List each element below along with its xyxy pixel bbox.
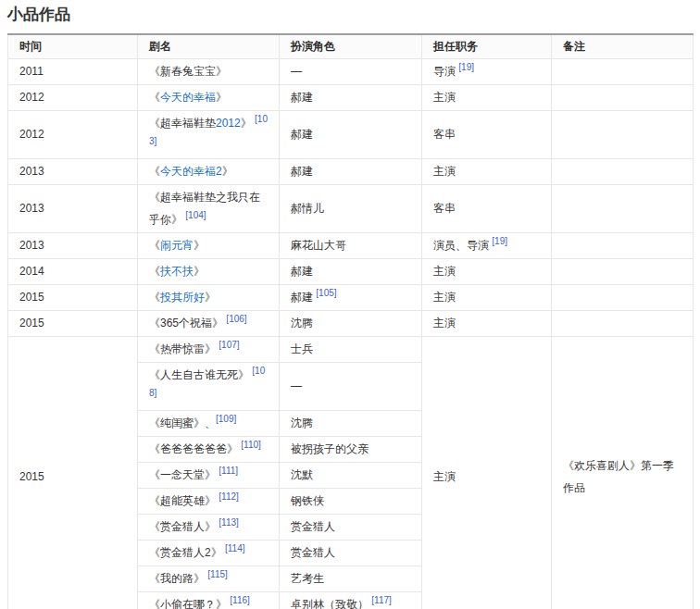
text: 2014 xyxy=(19,265,44,278)
cell-duty: 演员、导演 [19] xyxy=(422,233,552,259)
text: 2015 xyxy=(19,317,44,329)
cell-play: 《爸爸爸爸爸爸》 [110] xyxy=(138,437,280,463)
cell-time: 2013 xyxy=(8,185,138,233)
cell-role: 沈腾 xyxy=(280,311,422,337)
text: 《热带惊雷》 xyxy=(149,342,219,355)
text: — xyxy=(291,65,302,78)
cell-time: 2015 xyxy=(8,337,138,609)
reference-link[interactable]: [117] xyxy=(371,595,392,605)
page-title: 小品作品 xyxy=(7,6,693,24)
cell-note xyxy=(552,111,694,159)
table-row: 2013《闹元宵》麻花山大哥演员、导演 [19] xyxy=(8,233,694,259)
table-row: 2011《新春兔宝宝》—导演 [19] xyxy=(8,59,694,85)
column-header-4: 备注 xyxy=(552,34,694,59)
text: 《 xyxy=(149,239,160,252)
cell-duty: 客串 xyxy=(422,111,552,159)
reference-link[interactable]: [114] xyxy=(225,543,245,553)
cell-play: 《赏金猎人2》 [114] xyxy=(138,541,280,566)
text: 《纯闺蜜》、 xyxy=(149,416,216,429)
text: 《 xyxy=(149,91,160,104)
table-row: 2013《今天的幸福2》郝建主演 xyxy=(8,159,694,185)
text: 郝建 xyxy=(291,165,313,178)
text: 》 xyxy=(194,265,205,278)
cell-role: — xyxy=(280,363,422,411)
entry-link[interactable]: 今天的幸福2 xyxy=(160,165,222,178)
text: 2015 xyxy=(19,470,44,483)
reference-link[interactable]: [111] xyxy=(219,466,238,476)
cell-role: 士兵 xyxy=(280,337,422,363)
column-header-2: 扮演角色 xyxy=(280,34,422,59)
cell-note xyxy=(552,59,694,85)
cell-time: 2014 xyxy=(8,259,138,285)
cell-play: 《超幸福鞋垫之我只在乎你》 [104] xyxy=(138,185,280,233)
entry-link[interactable]: 闹元宵 xyxy=(160,239,194,252)
reference-link[interactable]: [112] xyxy=(219,491,239,502)
text: 被拐孩子的父亲 xyxy=(291,442,369,455)
text: 赏金猎人 xyxy=(291,520,335,533)
text: 2011 xyxy=(19,65,44,78)
table-row: 2014《扶不扶》郝建主演 xyxy=(8,259,694,285)
entry-link[interactable]: 投其所好 xyxy=(160,291,205,304)
text: 沈腾 xyxy=(291,317,313,329)
cell-time: 2012 xyxy=(8,85,138,111)
entry-link[interactable]: 扶不扶 xyxy=(160,265,194,278)
cell-role: — xyxy=(280,59,422,85)
table-row: 2013《超幸福鞋垫之我只在乎你》 [104]郝情儿客串 xyxy=(8,185,694,233)
text: 《超幸福鞋垫之我只在乎你》 xyxy=(149,191,260,226)
reference-link[interactable]: [106] xyxy=(226,314,246,324)
reference-link[interactable]: [19] xyxy=(492,236,507,246)
reference-link[interactable]: [115] xyxy=(207,569,228,579)
reference-link[interactable]: [110] xyxy=(241,440,261,450)
table-body: 2011《新春兔宝宝》—导演 [19]2012《今天的幸福》郝建主演2012《超… xyxy=(8,59,694,609)
text: 导演 xyxy=(433,65,458,78)
text: 郝建 xyxy=(291,91,313,104)
text: 郝建 xyxy=(291,265,313,278)
text: 《365个祝福》 xyxy=(149,317,226,329)
cell-note xyxy=(552,285,694,311)
table-row: 2015《投其所好》郝建 [105]主演 xyxy=(8,285,694,311)
cell-role: 郝建 [105] xyxy=(280,285,422,311)
entry-link[interactable]: 2012 xyxy=(216,117,241,130)
cell-role: 郝建 xyxy=(280,159,422,185)
text: 沈腾 xyxy=(291,416,313,429)
text: 艺考生 xyxy=(291,572,324,585)
text: 沈默 xyxy=(291,468,313,481)
cell-note xyxy=(552,85,694,111)
text: 2013 xyxy=(19,165,44,178)
cell-role: 郝建 xyxy=(280,259,422,285)
cell-play: 《赏金猎人》 [113] xyxy=(138,515,280,541)
reference-link[interactable]: [107] xyxy=(219,340,239,350)
text: 卓别林（致敬） xyxy=(291,598,371,609)
cell-note xyxy=(552,185,694,233)
text: 》 xyxy=(222,165,233,178)
cell-duty: 主演 xyxy=(422,311,552,337)
cell-role: 沈默 xyxy=(280,463,422,489)
table-row: 2012《超幸福鞋垫2012》 [103]郝建客串 xyxy=(8,111,694,159)
cell-play: 《扶不扶》 xyxy=(138,259,280,285)
reference-link[interactable]: [109] xyxy=(216,414,236,424)
reference-link[interactable]: [116] xyxy=(230,595,250,605)
cell-role: 麻花山大哥 xyxy=(280,233,422,259)
reference-link[interactable]: [19] xyxy=(458,62,474,72)
reference-link[interactable]: [104] xyxy=(185,210,206,220)
cell-role: 赏金猎人 xyxy=(280,515,422,541)
cell-note: 《欢乐喜剧人》第一季作品 xyxy=(552,337,694,609)
table-row: 2012《今天的幸福》郝建主演 xyxy=(8,85,694,111)
text: 》 xyxy=(216,91,227,104)
text: 》 xyxy=(194,239,205,252)
cell-play: 《新春兔宝宝》 xyxy=(138,59,280,85)
text: 《 xyxy=(149,291,160,304)
cell-role: 卓别林（致敬） [117] xyxy=(280,592,422,609)
reference-link[interactable]: [113] xyxy=(219,517,239,528)
text: 《赏金猎人》 xyxy=(149,520,219,533)
reference-link[interactable]: [105] xyxy=(316,288,336,298)
cell-note xyxy=(552,259,694,285)
cell-role: 被拐孩子的父亲 xyxy=(280,437,422,463)
text: 》 xyxy=(241,117,255,130)
table-row: 2015《365个祝福》 [106]沈腾主演 xyxy=(8,311,694,337)
cell-play: 《热带惊雷》 [107] xyxy=(138,337,280,363)
text: 郝建 xyxy=(291,291,316,304)
cell-role: 赏金猎人 xyxy=(280,541,422,566)
text: 《超能英雄》 xyxy=(149,494,219,507)
entry-link[interactable]: 今天的幸福 xyxy=(160,91,216,104)
